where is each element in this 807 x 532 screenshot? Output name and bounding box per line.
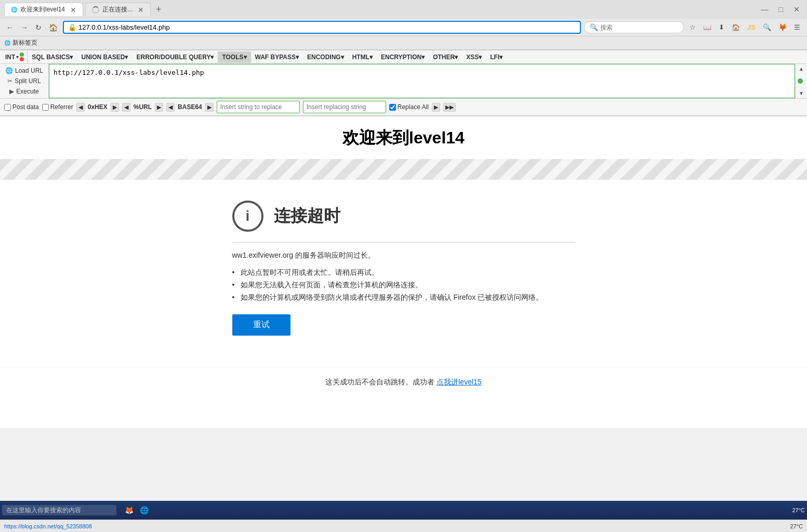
split-url-button[interactable]: ✂ Split URL [5, 76, 43, 86]
home-button[interactable]: 🏠 [47, 22, 60, 33]
back-button[interactable]: ← [4, 22, 16, 33]
error-bullet-1: 此站点暂时不可用或者太忙。请稍后再试。 [232, 267, 575, 279]
page-title: 欢迎来到level14 [0, 116, 807, 155]
error-circle-icon: i [232, 201, 263, 232]
load-url-button[interactable]: 🌐 Load URL [3, 66, 45, 75]
pocket-button[interactable]: 🦊 [776, 22, 789, 33]
split-url-icon: ✂ [7, 77, 12, 85]
lock-icon: 🔒 [68, 23, 76, 31]
referrer-checkbox[interactable] [42, 104, 49, 111]
error-bullet-2: 如果您无法载入任何页面，请检查您计算机的网络连接。 [232, 279, 575, 291]
download-button[interactable]: ⬇ [716, 22, 727, 33]
menu-union-based[interactable]: UNION BASED▾ [77, 51, 132, 63]
page-footer: 这关成功后不会自动跳转。成功者 点我进level15 [0, 367, 807, 397]
reader-view-button[interactable]: 📖 [700, 22, 714, 33]
execute-label: Execute [16, 88, 38, 95]
tab-2[interactable]: 正在连接... ✕ [85, 3, 151, 16]
menu-error-double-query[interactable]: ERROR/DOUBLE QUERY▾ [132, 51, 218, 63]
replace-right-arrow[interactable]: ▶ [432, 103, 440, 112]
replace-end-arrow[interactable]: ▶▶ [443, 103, 456, 112]
status-dot-red [20, 57, 24, 61]
close-button[interactable]: ✕ [790, 4, 803, 15]
menu-other[interactable]: OTHER▾ [429, 51, 462, 63]
footer-text-before: 这关成功后不会自动跳转。成功者 [325, 378, 434, 386]
b64-left-arrow[interactable]: ◀ [166, 103, 175, 112]
url-label: %URL [134, 103, 152, 111]
tab-close-1[interactable]: ✕ [70, 6, 76, 14]
base64-label: BASE64 [178, 103, 202, 111]
split-url-label: Split URL [15, 77, 41, 85]
post-data-checkbox-label[interactable]: Post data [4, 103, 39, 111]
tab-title-2: 正在连接... [102, 5, 133, 14]
int-arrow-icon: ▾ [16, 54, 19, 60]
maximize-button[interactable]: □ [776, 4, 786, 15]
magnify-button[interactable]: 🔍 [760, 22, 774, 33]
minimize-button[interactable]: — [758, 4, 772, 15]
replace-all-label-text: Replace All [398, 103, 429, 111]
b64-right-arrow[interactable]: ▶ [205, 103, 214, 112]
url-left-arrow[interactable]: ◀ [122, 103, 130, 112]
hazard-stripe [0, 159, 807, 180]
error-server-msg: ww1.exifviewer.org 的服务器响应时间过长。 [232, 251, 575, 260]
home2-button[interactable]: 🏠 [729, 22, 743, 33]
menu-button[interactable]: ☰ [791, 22, 803, 33]
info-icon: i [246, 208, 250, 224]
replace-all-checkbox[interactable] [389, 104, 396, 111]
tab-favicon-1: 🌐 [11, 7, 17, 12]
url-scroll-up-button[interactable]: ▲ [798, 65, 805, 73]
tab-close-2[interactable]: ✕ [138, 6, 144, 14]
forward-button[interactable]: → [19, 22, 30, 33]
menu-encryption[interactable]: ENCRYPTION▾ [377, 51, 429, 63]
replace-all-checkbox-label[interactable]: Replace All [389, 103, 429, 111]
insert-replacing-input[interactable] [303, 101, 386, 113]
post-data-checkbox[interactable] [4, 104, 11, 111]
error-list: 此站点暂时不可用或者太忙。请稍后再试。 如果您无法载入任何页面，请检查您计算机的… [232, 267, 575, 304]
url-textarea[interactable]: http://127.0.0.1/xss-labs/level14.php [49, 64, 795, 98]
hex-right-arrow[interactable]: ▶ [111, 103, 119, 112]
menu-html[interactable]: HTML▾ [348, 51, 377, 63]
tab-title-1: 欢迎来到level14 [20, 5, 65, 14]
new-tab-button[interactable]: + [153, 4, 165, 15]
tab-1[interactable]: 🌐 欢迎来到level14 ✕ [4, 3, 83, 16]
error-divider [232, 242, 575, 243]
menu-lfi[interactable]: LFI▾ [486, 51, 507, 63]
referrer-checkbox-label[interactable]: Referrer [42, 103, 73, 111]
url-status-dot [798, 78, 803, 84]
load-url-icon: 🌐 [5, 67, 13, 74]
reload-button[interactable]: ↻ [33, 22, 44, 33]
menu-tools[interactable]: TOOLS▾ [218, 51, 250, 63]
tab-loading-spinner [92, 6, 99, 14]
retry-button[interactable]: 重试 [232, 314, 290, 336]
footer-link[interactable]: 点我进level15 [436, 378, 481, 386]
search-input[interactable] [600, 24, 678, 31]
search-icon: 🔍 [590, 23, 598, 31]
referrer-label: Referrer [50, 103, 73, 111]
error-bullet-3: 如果您的计算机或网络受到防火墙或者代理服务器的保护，请确认 Firefox 已被… [232, 291, 575, 304]
insert-string-input[interactable] [217, 101, 300, 113]
url-right-arrow[interactable]: ▶ [155, 103, 163, 112]
menu-xss[interactable]: XSS▾ [462, 51, 486, 63]
menu-sql-basics[interactable]: SQL BASICS▾ [28, 51, 77, 63]
execute-icon: ▶ [9, 88, 14, 95]
post-data-label: Post data [12, 103, 39, 111]
error-title: 连接超时 [274, 205, 340, 228]
address-input[interactable] [78, 23, 576, 31]
int-label: INT [5, 54, 15, 61]
load-url-label: Load URL [15, 67, 43, 74]
menu-waf-bypass[interactable]: WAF BYPASS▾ [251, 51, 303, 63]
status-dot-green [20, 52, 24, 57]
globe-icon: 🌐 [4, 40, 10, 46]
hex-label: 0xHEX [88, 103, 108, 111]
hex-left-arrow[interactable]: ◀ [76, 103, 85, 112]
new-tab-label: 新标签页 [12, 38, 37, 47]
bookmark-star-button[interactable]: ☆ [687, 22, 698, 33]
js-button[interactable]: JS [745, 22, 758, 33]
url-scroll-down-button[interactable]: ▼ [798, 89, 805, 97]
menu-encoding[interactable]: ENCODING▾ [303, 51, 348, 63]
execute-button[interactable]: ▶ Execute [7, 87, 41, 96]
